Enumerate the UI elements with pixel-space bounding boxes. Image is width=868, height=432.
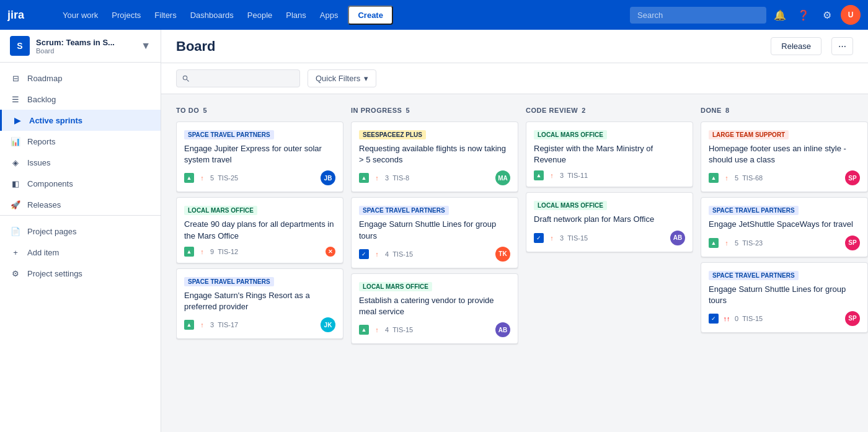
priority-icon: ↑ xyxy=(547,234,556,242)
settings-icon[interactable]: ⚙ xyxy=(817,5,837,25)
create-button[interactable]: Create xyxy=(348,6,392,25)
column-cards-in-progress: SEESPACEEZ PLUS Requesting available fli… xyxy=(351,121,518,422)
user-avatar[interactable]: U xyxy=(841,5,861,25)
project-icon: S xyxy=(10,36,30,56)
issues-icon: ◈ xyxy=(10,157,21,168)
sidebar-item-releases[interactable]: 🚀 Releases xyxy=(0,194,161,215)
card-type-icon: ▲ xyxy=(534,170,544,180)
sidebar-item-issues[interactable]: ◈ Issues xyxy=(0,152,161,173)
column-todo: TO DO 5 SPACE TRAVEL PARTNERS Engage Jup… xyxy=(176,104,343,422)
nav-item-your-work[interactable]: Your work xyxy=(56,7,104,24)
card-ticket-id: TIS-15 xyxy=(742,315,841,322)
card-tag: SEESPACEEZ PLUS xyxy=(359,130,426,139)
card-tag: SPACE TRAVEL PARTNERS xyxy=(709,271,799,280)
card[interactable]: SPACE TRAVEL PARTNERS Engage Saturn Shut… xyxy=(351,197,518,268)
column-count: 8 xyxy=(725,107,730,114)
card[interactable]: LOCAL MARS OFFICE Draft network plan for… xyxy=(526,192,693,252)
add-item-icon: + xyxy=(10,247,21,258)
search-input[interactable] xyxy=(630,7,766,24)
column-label: IN PROGRESS xyxy=(351,107,402,114)
card-title: Engage Saturn Shuttle Lines for group to… xyxy=(359,219,510,241)
column-in-progress: IN PROGRESS 5 SEESPACEEZ PLUS Requesting… xyxy=(351,104,518,422)
card-ticket-id: TIS-15 xyxy=(567,234,666,242)
board-title: Board xyxy=(176,38,216,55)
column-header-todo: TO DO 5 xyxy=(176,104,343,117)
card-avatar: SP xyxy=(845,311,860,326)
sidebar-item-components[interactable]: ◧ Components xyxy=(0,173,161,194)
card[interactable]: LOCAL MARS OFFICE Create 90 day plans fo… xyxy=(176,197,343,263)
card-type-icon: ▲ xyxy=(184,247,194,257)
priority-icon: ↑↑ xyxy=(722,314,731,323)
card-ticket-id: TIS-68 xyxy=(742,174,841,182)
card[interactable]: LARGE TEAM SUPPORT Homepage footer uses … xyxy=(701,121,868,192)
card-avatar: SP xyxy=(845,170,860,185)
card-tag: SPACE TRAVEL PARTNERS xyxy=(709,206,799,215)
card-story-points: 4 xyxy=(385,250,389,258)
card-story-points: 5 xyxy=(735,174,738,182)
card-title: Establish a catering vendor to provide m… xyxy=(359,295,510,317)
releases-icon: 🚀 xyxy=(10,199,21,210)
column-cards-todo: SPACE TRAVEL PARTNERS Engage Jupiter Exp… xyxy=(176,121,343,422)
card-title: Draft network plan for Mars Office xyxy=(534,214,685,225)
card[interactable]: LOCAL MARS OFFICE Establish a catering v… xyxy=(351,273,518,344)
card[interactable]: SPACE TRAVEL PARTNERS Engage Jupiter Exp… xyxy=(176,121,343,192)
nav-item-filters[interactable]: Filters xyxy=(148,7,182,24)
card-title: Requesting available flights is now taki… xyxy=(359,143,510,165)
card[interactable]: SPACE TRAVEL PARTNERS Engage JetShuttle … xyxy=(701,197,868,257)
board-search-input[interactable] xyxy=(176,69,300,87)
card-ticket-id: TIS-15 xyxy=(392,326,492,333)
card-ticket-id: TIS-25 xyxy=(218,174,317,182)
board-filters: Quick Filters ▾ xyxy=(161,63,868,94)
jira-logo[interactable]: jira xyxy=(7,7,48,22)
card[interactable]: SEESPACEEZ PLUS Requesting available fli… xyxy=(351,121,518,192)
card-tag: SPACE TRAVEL PARTNERS xyxy=(359,206,449,215)
sidebar-item-roadmap[interactable]: ⊟ Roadmap xyxy=(0,68,161,89)
card-tag: LOCAL MARS OFFICE xyxy=(184,206,257,215)
nav-item-projects[interactable]: Projects xyxy=(105,7,147,24)
nav-item-plans[interactable]: Plans xyxy=(280,7,312,24)
sidebar-item-project-pages[interactable]: 📄 Project pages xyxy=(0,221,161,242)
card-title: Create 90 day plans for all departments … xyxy=(184,219,335,241)
card-title: Engage Saturn's Rings Resort as a prefer… xyxy=(184,290,335,312)
priority-icon: ↑ xyxy=(198,174,206,182)
nav-item-people[interactable]: People xyxy=(241,7,278,24)
help-icon[interactable]: ❓ xyxy=(794,5,813,25)
svg-text:jira: jira xyxy=(7,9,25,21)
card-avatar: JK xyxy=(321,317,335,332)
card-type-icon: ▲ xyxy=(709,173,719,183)
column-count: 5 xyxy=(203,107,207,114)
sidebar-item-add-item[interactable]: + Add item xyxy=(0,242,161,263)
priority-icon: ↑ xyxy=(373,250,381,258)
card[interactable]: LOCAL MARS OFFICE Register with the Mars… xyxy=(526,121,693,187)
card-type-icon: ✓ xyxy=(534,233,544,243)
project-type: Board xyxy=(36,47,135,55)
quick-filters-label: Quick Filters xyxy=(316,74,360,83)
board-header: Board Release ⋯ xyxy=(161,30,868,63)
quick-filters-button[interactable]: Quick Filters ▾ xyxy=(308,69,376,87)
more-options-button[interactable]: ⋯ xyxy=(831,37,853,55)
priority-icon: ↑ xyxy=(722,239,731,247)
card-story-points: 3 xyxy=(385,174,389,182)
nav-item-apps[interactable]: Apps xyxy=(314,7,345,24)
card-story-points: 3 xyxy=(560,234,564,242)
column-label: DONE xyxy=(701,107,722,114)
release-button[interactable]: Release xyxy=(771,37,822,55)
card-story-points: 3 xyxy=(210,321,214,328)
nav-item-dashboards[interactable]: Dashboards xyxy=(184,7,240,24)
project-pages-icon: 📄 xyxy=(10,226,21,237)
sidebar-item-reports[interactable]: 📊 Reports xyxy=(0,131,161,152)
sidebar-item-active-sprints[interactable]: ▶ Active sprints xyxy=(0,110,161,131)
expand-icon[interactable]: ▼ xyxy=(141,40,151,51)
card[interactable]: SPACE TRAVEL PARTNERS Engage Saturn's Ri… xyxy=(176,268,343,339)
sidebar-project-header[interactable]: S Scrum: Teams in S... Board ▼ xyxy=(0,30,161,63)
notifications-icon[interactable]: 🔔 xyxy=(770,5,790,25)
column-count: 2 xyxy=(582,107,586,114)
quick-filters-chevron: ▾ xyxy=(364,74,368,83)
card-story-points: 0 xyxy=(735,315,738,322)
sidebar-item-backlog[interactable]: ☰ Backlog xyxy=(0,89,161,110)
card[interactable]: SPACE TRAVEL PARTNERS Engage Saturn Shut… xyxy=(701,262,868,333)
sidebar-item-project-settings[interactable]: ⚙ Project settings xyxy=(0,263,161,284)
card-ticket-id: TIS-11 xyxy=(567,172,685,179)
card-story-points: 3 xyxy=(560,172,564,179)
priority-icon: ↑ xyxy=(198,320,206,329)
